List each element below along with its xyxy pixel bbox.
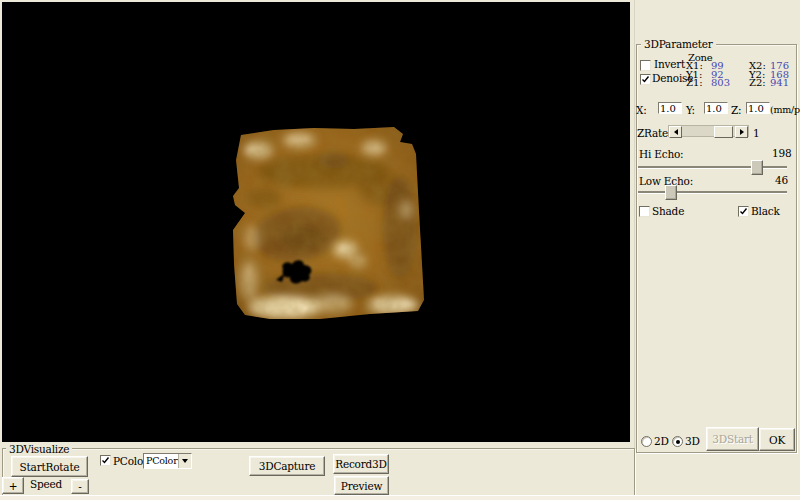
panel-divider: [634, 0, 635, 495]
chevron-down-icon: [182, 459, 188, 463]
hi-echo-label: Hi Echo:: [639, 148, 683, 160]
zrate-value: 1: [753, 127, 759, 139]
preview-button[interactable]: Preview: [334, 476, 389, 495]
visualize-groupbox-title: 3DVisualize: [6, 443, 72, 455]
ok-button[interactable]: OK: [759, 428, 795, 451]
low-echo-slider-thumb[interactable]: [665, 185, 677, 200]
scale-z-input[interactable]: [746, 102, 770, 114]
scale-z-label: Z:: [731, 104, 741, 116]
start-rotate-button[interactable]: StartRotate: [11, 456, 88, 477]
hi-echo-slider-track[interactable]: [638, 166, 787, 169]
check-icon: [101, 456, 110, 465]
black-checkbox[interactable]: [738, 206, 749, 217]
mode-3d-label: 3D: [685, 435, 700, 447]
arrow-right-icon: [740, 129, 744, 135]
speed-minus-button[interactable]: -: [71, 479, 89, 494]
black-label: Black: [751, 205, 780, 217]
status-bar: [0, 495, 800, 500]
zone-z2-value: 941: [770, 77, 789, 88]
scale-x-input[interactable]: [658, 102, 682, 114]
invert-checkbox[interactable]: [640, 60, 651, 71]
shade-label: Shade: [652, 205, 684, 217]
scale-unit-label: (mm/p): [770, 104, 800, 115]
mode-2d-label: 2D: [654, 435, 669, 447]
zrate-scrollbar-thumb[interactable]: [714, 126, 733, 138]
zone-row: Z1:803Z2:941: [686, 79, 789, 88]
low-echo-slider-track[interactable]: [638, 191, 787, 194]
speed-plus-button[interactable]: +: [2, 477, 24, 494]
shade-checkbox[interactable]: [639, 206, 650, 217]
mode-2d-radio[interactable]: [641, 436, 652, 447]
zrate-scroll-left-button[interactable]: [669, 126, 682, 138]
mode-3d-radio[interactable]: [672, 436, 683, 447]
hi-echo-value: 198: [772, 147, 791, 159]
application-window: 3DParameter Invert Denoise Zone X1:99X2:…: [0, 0, 800, 500]
invert-label: Invert: [654, 58, 685, 70]
zone-z1-value: 803: [711, 79, 749, 88]
pcolor-checkbox[interactable]: [100, 455, 111, 466]
pcolor-dropdown[interactable]: PColor: [143, 453, 192, 469]
param-groupbox-title: 3DParameter: [641, 38, 716, 50]
3dstart-button[interactable]: 3DStart: [706, 427, 759, 451]
zone-z2-label: Z2:: [749, 79, 770, 88]
scale-y-input[interactable]: [704, 102, 728, 114]
arrow-left-icon: [674, 129, 678, 135]
denoise-checkbox[interactable]: [640, 74, 651, 85]
check-icon: [739, 207, 748, 216]
radio-dot: [676, 440, 680, 444]
zone-z1-label: Z1:: [686, 79, 711, 88]
pcolor-dropdown-value: PColor: [146, 455, 177, 466]
record3d-button[interactable]: Record3D: [333, 454, 389, 474]
scale-y-label: Y:: [686, 104, 695, 116]
zrate-scroll-right-button[interactable]: [735, 126, 748, 138]
hi-echo-slider-thumb[interactable]: [751, 160, 763, 175]
low-echo-value: 46: [775, 174, 788, 186]
3d-volume-render: [2, 2, 630, 442]
3d-render-viewport[interactable]: [2, 2, 630, 442]
zrate-scrollbar[interactable]: [668, 125, 749, 137]
check-icon: [641, 75, 650, 84]
zrate-label: ZRate: [637, 127, 668, 139]
speed-label: Speed: [30, 478, 62, 490]
3dcapture-button[interactable]: 3DCapture: [249, 456, 325, 476]
scale-x-label: X:: [636, 104, 647, 116]
pcolor-dropdown-button[interactable]: [178, 454, 191, 468]
